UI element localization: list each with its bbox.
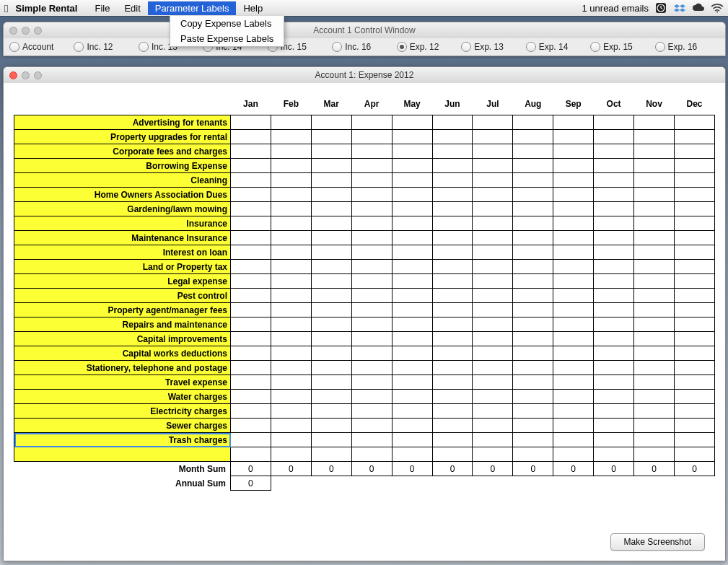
expense-label-cell[interactable]: Sewer charges <box>14 419 231 433</box>
expense-data-cell[interactable] <box>351 130 392 144</box>
expense-data-cell[interactable] <box>594 231 634 245</box>
expense-data-cell[interactable] <box>634 159 675 173</box>
expense-data-cell[interactable] <box>311 404 351 419</box>
expense-data-cell[interactable] <box>594 289 634 303</box>
expense-data-cell[interactable] <box>634 419 675 433</box>
expense-data-cell[interactable] <box>674 216 714 231</box>
expense-data-cell[interactable] <box>311 188 351 202</box>
expense-data-cell[interactable] <box>351 390 392 404</box>
expense-data-cell[interactable] <box>674 159 714 173</box>
expense-data-cell[interactable] <box>351 144 392 159</box>
expense-data-cell[interactable] <box>392 260 432 274</box>
expense-data-cell[interactable] <box>674 332 714 346</box>
expense-data-cell[interactable] <box>351 361 392 375</box>
expense-data-cell[interactable] <box>594 346 634 361</box>
expense-data-cell[interactable] <box>271 346 311 361</box>
menu-help[interactable]: Help <box>236 1 270 15</box>
expense-data-cell[interactable] <box>553 245 594 260</box>
expense-data-cell[interactable] <box>674 245 714 260</box>
expense-data-cell[interactable] <box>351 289 392 303</box>
expense-data-cell[interactable] <box>674 115 714 130</box>
expense-data-cell[interactable] <box>351 115 392 130</box>
expense-data-cell[interactable] <box>271 216 311 231</box>
expense-label-cell[interactable]: Advertising for tenants <box>14 115 231 130</box>
expense-label-cell[interactable]: Repairs and maintenance <box>14 317 231 332</box>
expense-data-cell[interactable] <box>311 274 351 289</box>
radio-exp-13[interactable]: Exp. 13 <box>461 42 525 52</box>
expense-data-cell[interactable] <box>594 303 634 317</box>
expense-data-cell[interactable] <box>634 216 675 231</box>
expense-data-cell[interactable] <box>271 130 311 144</box>
expense-data-cell[interactable] <box>553 231 594 245</box>
expense-data-cell[interactable] <box>271 375 311 390</box>
expense-data-cell[interactable] <box>513 404 553 419</box>
expense-data-cell[interactable] <box>351 159 392 173</box>
expense-data-cell[interactable] <box>231 332 271 346</box>
expense-data-cell[interactable] <box>473 433 513 447</box>
expense-data-cell[interactable] <box>594 188 634 202</box>
expense-data-cell[interactable] <box>553 115 594 130</box>
expense-data-cell[interactable] <box>594 390 634 404</box>
expense-label-cell[interactable]: Interest on loan <box>14 245 231 260</box>
expense-label-cell[interactable]: Pest control <box>14 289 231 303</box>
unread-emails-status[interactable]: 1 unread emails <box>582 3 649 14</box>
expense-label-cell[interactable]: Borrowing Expense <box>14 159 231 173</box>
expense-data-cell[interactable] <box>432 332 473 346</box>
expense-data-cell[interactable] <box>311 419 351 433</box>
expense-data-cell[interactable] <box>311 260 351 274</box>
expense-data-cell[interactable] <box>271 317 311 332</box>
radio-inc-16[interactable]: Inc. 16 <box>332 42 396 52</box>
expense-data-cell[interactable] <box>351 274 392 289</box>
expense-data-cell[interactable] <box>231 173 271 188</box>
expense-data-cell[interactable] <box>553 130 594 144</box>
expense-data-cell[interactable] <box>553 346 594 361</box>
expense-data-cell[interactable] <box>231 419 271 433</box>
expense-data-cell[interactable] <box>594 404 634 419</box>
expense-data-cell[interactable] <box>231 231 271 245</box>
expense-data-cell[interactable] <box>634 303 675 317</box>
expense-data-cell[interactable] <box>392 231 432 245</box>
expense-data-cell[interactable] <box>674 346 714 361</box>
expense-data-cell[interactable] <box>271 433 311 447</box>
expense-data-cell[interactable] <box>351 260 392 274</box>
expense-data-cell[interactable] <box>473 404 513 419</box>
expense-data-cell[interactable] <box>553 447 594 462</box>
expense-label-cell[interactable]: Maintenance Insurance <box>14 231 231 245</box>
expense-data-cell[interactable] <box>392 245 432 260</box>
radio-exp-16[interactable]: Exp. 16 <box>655 42 719 52</box>
expense-data-cell[interactable] <box>634 260 675 274</box>
expense-data-cell[interactable] <box>231 303 271 317</box>
expense-data-cell[interactable] <box>513 202 553 216</box>
expense-data-cell[interactable] <box>513 231 553 245</box>
expense-data-cell[interactable] <box>634 346 675 361</box>
expense-data-cell[interactable] <box>513 216 553 231</box>
radio-exp-15[interactable]: Exp. 15 <box>590 42 654 52</box>
zoom-icon[interactable] <box>34 71 42 79</box>
expense-data-cell[interactable] <box>351 375 392 390</box>
expense-data-cell[interactable] <box>674 289 714 303</box>
expense-data-cell[interactable] <box>674 260 714 274</box>
expense-label-cell[interactable]: Legal expense <box>14 274 231 289</box>
expense-data-cell[interactable] <box>311 144 351 159</box>
expense-label-cell[interactable]: Travel expense <box>14 375 231 390</box>
expense-data-cell[interactable] <box>271 188 311 202</box>
expense-data-cell[interactable] <box>634 130 675 144</box>
dropbox-icon[interactable] <box>673 1 686 14</box>
expense-data-cell[interactable] <box>674 317 714 332</box>
expense-data-cell[interactable] <box>432 433 473 447</box>
expense-data-cell[interactable] <box>553 216 594 231</box>
expense-data-cell[interactable] <box>231 404 271 419</box>
expense-data-cell[interactable] <box>231 245 271 260</box>
minimize-icon[interactable] <box>22 27 30 35</box>
expense-data-cell[interactable] <box>432 144 473 159</box>
app-name[interactable]: Simple Rental <box>15 3 77 14</box>
expense-data-cell[interactable] <box>231 433 271 447</box>
expense-data-cell[interactable] <box>231 390 271 404</box>
minimize-icon[interactable] <box>22 71 30 79</box>
expense-data-cell[interactable] <box>513 390 553 404</box>
menu-edit[interactable]: Edit <box>117 1 147 15</box>
menu-paste-expense-labels[interactable]: Paste Expense Labels <box>170 31 284 46</box>
expense-data-cell[interactable] <box>553 289 594 303</box>
expense-data-cell[interactable] <box>553 390 594 404</box>
expense-data-cell[interactable] <box>311 173 351 188</box>
